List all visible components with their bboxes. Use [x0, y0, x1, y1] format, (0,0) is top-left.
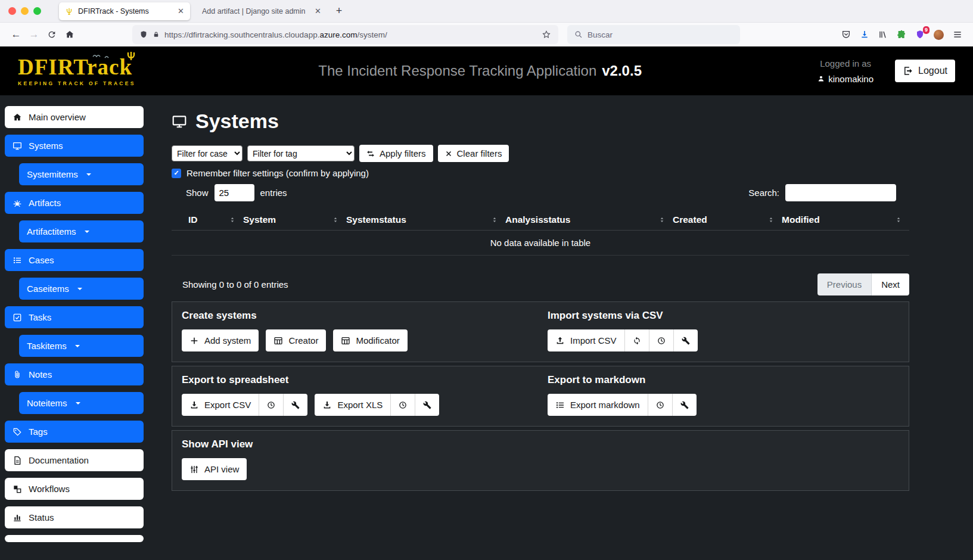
page-length-input[interactable] [215, 184, 254, 201]
tracking-protection-shield-icon[interactable] [139, 30, 148, 39]
bar-chart-icon [13, 513, 22, 522]
zoom-window-button[interactable] [33, 7, 41, 15]
export-xls-config-button[interactable] [415, 394, 439, 416]
import-config-button[interactable] [673, 329, 698, 351]
home-icon [65, 30, 74, 39]
entries-label: entries [260, 188, 287, 198]
logged-in-label: Logged in as [820, 58, 871, 69]
sidebar-item-taskitems[interactable]: Taskitems [19, 335, 144, 357]
show-label: Show [186, 188, 209, 198]
api-view-button[interactable]: API view [182, 458, 247, 480]
export-markdown-button[interactable]: Export markdown [548, 394, 648, 416]
export-csv-config-button[interactable] [283, 394, 307, 416]
url-path: /system/ [357, 30, 387, 39]
sidebar: Main overview Systems Systemitems Artifa… [0, 95, 149, 560]
remember-filter-checkbox[interactable]: ✓ [172, 169, 181, 178]
sidebar-item-artifacts[interactable]: Artifacts [5, 192, 144, 214]
column-header-created[interactable]: Created [673, 210, 782, 231]
sidebar-item-caseitems[interactable]: Caseitems [19, 278, 144, 300]
menu-icon[interactable] [953, 30, 962, 39]
search-placeholder: Buscar [587, 30, 613, 39]
extension-puzzle-icon[interactable] [897, 30, 906, 39]
minimize-window-button[interactable] [21, 7, 29, 15]
clock-icon [657, 337, 666, 345]
tab-dfirtrack-systems[interactable]: DFIRTrack - Systems ✕ [59, 2, 190, 20]
clock-icon [267, 401, 275, 409]
table-footer-row: Showing 0 to 0 of 0 entries Previous Nex… [172, 273, 909, 295]
creator-button[interactable]: Creator [266, 329, 326, 351]
import-refresh-button[interactable] [624, 329, 649, 351]
case-filter-select[interactable]: Filter for case [172, 145, 243, 161]
column-header-modified[interactable]: Modified [782, 210, 909, 231]
page-length-control: Show entries [172, 184, 287, 201]
pagination: Previous Next [817, 273, 909, 295]
import-csv-button-group: Import CSV [548, 329, 698, 351]
export-xls-button[interactable]: Export XLS [315, 394, 390, 416]
export-xls-schedule-button[interactable] [390, 394, 415, 416]
export-markdown-schedule-button[interactable] [648, 394, 672, 416]
add-system-button[interactable]: Add system [182, 329, 259, 351]
pocket-icon[interactable] [841, 30, 851, 39]
sidebar-item-workflows[interactable]: Workflows [5, 478, 144, 500]
export-csv-button[interactable]: Export CSV [182, 394, 259, 416]
export-csv-schedule-button[interactable] [259, 394, 283, 416]
address-bar[interactable]: https://dfirtracking.southcentralus.clou… [132, 25, 558, 44]
profile-avatar-icon[interactable] [934, 30, 944, 40]
library-icon[interactable] [878, 30, 888, 39]
dfirtrack-logo[interactable]: DFIRTrack KEEPING TRACK OF TRACES [18, 56, 137, 86]
new-tab-button[interactable]: + [331, 3, 347, 20]
back-button[interactable]: ← [7, 26, 25, 43]
sidebar-item-tags[interactable]: Tags [5, 421, 144, 443]
export-card: Export to spreadsheet Export CSV [172, 366, 909, 427]
column-header-analysisstatus[interactable]: Analysisstatus [505, 210, 673, 231]
sidebar-item-tasks[interactable]: Tasks [5, 306, 144, 328]
sidebar-item-notes[interactable]: Notes [5, 363, 144, 385]
sidebar-item-noteitems[interactable]: Noteitems [19, 392, 144, 414]
export-markdown-config-button[interactable] [672, 394, 697, 416]
sidebar-item-systemitems[interactable]: Systemitems [19, 163, 144, 185]
import-csv-button[interactable]: Import CSV [548, 329, 624, 351]
bookmark-star-icon[interactable] [542, 30, 551, 39]
remember-filter-label: Remember filter settings (confirm by app… [186, 168, 369, 178]
close-tab-icon[interactable]: ✕ [315, 7, 321, 15]
lock-icon[interactable] [153, 31, 160, 38]
window-controls [8, 7, 41, 15]
close-tab-icon[interactable]: ✕ [178, 7, 184, 15]
search-bar[interactable]: Buscar [567, 25, 740, 44]
import-schedule-button[interactable] [649, 329, 673, 351]
clear-filters-button[interactable]: Clear filters [438, 145, 509, 162]
app-header: DFIRTrack KEEPING TRACK OF TRACES The In… [0, 46, 973, 95]
checkmark-icon: ✓ [173, 169, 179, 177]
navigation-toolbar: ← → https://dfirtracking.southcentralus.… [0, 22, 973, 46]
previous-page-button[interactable]: Previous [817, 273, 871, 295]
home-button[interactable] [61, 26, 79, 43]
sidebar-item-systems[interactable]: Systems [5, 135, 144, 157]
sidebar-item-main-overview[interactable]: Main overview [5, 106, 144, 128]
table-header-row: ID System Systemstatus Analysisstatus Cr… [172, 210, 909, 231]
tab-django-admin[interactable]: Add artifact | Django site admin ✕ [196, 2, 327, 20]
sidebar-item-partial[interactable] [5, 535, 144, 542]
close-window-button[interactable] [8, 7, 16, 15]
sidebar-item-artifactitems[interactable]: Artifactitems [19, 220, 144, 242]
column-header-id[interactable]: ID [172, 210, 243, 231]
tab-bar: DFIRTrack - Systems ✕ Add artifact | Dja… [0, 0, 973, 22]
sidebar-item-cases[interactable]: Cases [5, 249, 144, 271]
reload-button[interactable] [43, 26, 61, 43]
forward-button[interactable]: → [25, 26, 43, 43]
table-search-input[interactable] [785, 184, 896, 201]
sidebar-item-status[interactable]: Status [5, 506, 144, 528]
modificator-button[interactable]: Modificator [333, 329, 407, 351]
download-icon [189, 400, 199, 410]
extension-shield-icon[interactable]: 9 [915, 30, 925, 39]
wrench-icon [423, 401, 431, 409]
column-header-system[interactable]: System [243, 210, 346, 231]
sidebar-item-documentation[interactable]: Documentation [5, 449, 144, 471]
downloads-icon[interactable] [860, 30, 869, 39]
apply-filters-button[interactable]: Apply filters [359, 145, 433, 162]
sort-icon [658, 216, 666, 223]
logout-button[interactable]: Logout [895, 60, 955, 82]
column-header-systemstatus[interactable]: Systemstatus [346, 210, 505, 231]
next-page-button[interactable]: Next [871, 273, 909, 295]
tag-filter-select[interactable]: Filter for tag [247, 145, 355, 161]
chevron-down-icon [76, 402, 80, 405]
